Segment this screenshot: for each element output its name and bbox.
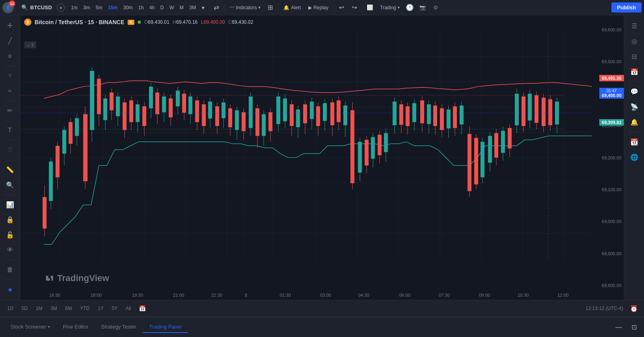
left-sep4 <box>4 140 16 141</box>
left-sep1 <box>4 66 16 66</box>
lock-tool[interactable]: 🔒 <box>3 213 17 227</box>
goto-realtime-btn[interactable]: ⏰ <box>628 302 640 314</box>
range-1m[interactable]: 1M <box>33 304 46 312</box>
favorite-tool[interactable]: ♡ <box>3 143 17 157</box>
top-toolbar: 👤 11 🔍 BTCUSD + 1m 3m 5m 15m 30m 1h 4h D… <box>0 0 644 15</box>
tf-w[interactable]: W <box>167 4 176 12</box>
tf-5m[interactable]: 5m <box>93 4 105 12</box>
camera-btn[interactable]: 📷 <box>417 2 429 14</box>
indicators-btn[interactable]: 〰 Indicators ▾ <box>226 3 264 12</box>
svg-rect-58 <box>149 87 153 108</box>
redo-btn[interactable]: ↪ <box>348 2 360 14</box>
replay-btn[interactable]: ▶ Replay <box>305 3 332 12</box>
clock-btn[interactable]: 🕐 <box>404 2 416 14</box>
news-btn[interactable]: 🌐 <box>627 150 642 164</box>
range-all[interactable]: All <box>122 304 134 312</box>
svg-rect-128 <box>384 133 388 152</box>
tf-m[interactable]: M <box>177 4 186 12</box>
alert-right-btn[interactable]: 🔔 <box>627 115 642 129</box>
svg-rect-88 <box>249 97 253 128</box>
lock2-tool[interactable]: 🔓 <box>3 228 17 242</box>
x-label-4: 21:00 <box>173 293 184 298</box>
y-label-8: 68,900.00 <box>592 251 621 256</box>
measure-tool[interactable]: 📏 <box>3 163 17 177</box>
tab-trading-panel[interactable]: Trading Panel <box>143 321 188 333</box>
maximize-panel-btn[interactable]: ⊡ <box>628 321 640 333</box>
chart-type-btn[interactable]: ◎ <box>627 34 642 48</box>
svg-rect-174 <box>542 98 546 126</box>
range-1y[interactable]: 1Y <box>95 304 107 312</box>
tab-strategy-tester[interactable]: Strategy Tester <box>95 321 142 333</box>
compare-btn[interactable]: ⇄ <box>211 2 223 14</box>
tab-stock-screener[interactable]: Stock Screener ▾ <box>4 321 56 333</box>
chart-area[interactable]: ₿ Bitcoin / TetherUS · 15 · BINANCE K O6… <box>20 15 624 300</box>
x-label-1: 16:30 <box>49 293 60 298</box>
date-range-picker[interactable]: 📅 <box>136 304 149 313</box>
layout-btn[interactable]: ⊞ <box>264 2 277 14</box>
svg-rect-50 <box>123 102 127 130</box>
tf-1m[interactable]: 1m <box>68 4 80 12</box>
indicator-tool2[interactable]: 📊 <box>3 197 17 212</box>
pitchfork-tool[interactable]: ⑂ <box>3 68 17 83</box>
svg-rect-122 <box>365 140 369 165</box>
tf-4h[interactable]: 4h <box>147 4 157 12</box>
settings-btn[interactable]: ⊙ <box>429 2 442 14</box>
add-symbol-btn[interactable]: + <box>57 4 65 12</box>
svg-rect-172 <box>535 95 539 123</box>
left-sep8 <box>4 279 16 280</box>
tf-expand[interactable]: ▾ <box>199 3 207 12</box>
symbol-search[interactable]: 🔍 BTCUSD <box>17 3 56 12</box>
replay-icon: ▶ <box>308 5 312 10</box>
svg-rect-144 <box>440 108 444 130</box>
tf-d[interactable]: D <box>158 4 166 12</box>
data-window-btn[interactable]: ⊟ <box>627 49 642 64</box>
range-5y[interactable]: 5Y <box>108 304 121 312</box>
calendar2-btn[interactable]: 📆 <box>627 134 642 149</box>
range-3m[interactable]: 3M <box>47 304 60 312</box>
user-avatar[interactable]: 👤 11 <box>2 2 14 13</box>
publish-btn[interactable]: Publish <box>611 2 642 12</box>
tf-3m[interactable]: 3m <box>81 4 93 12</box>
y-label-9: 68,800.00 <box>592 283 621 288</box>
svg-rect-126 <box>378 135 382 155</box>
minimize-panel-btn[interactable]: — <box>613 321 625 333</box>
watchlist-btn[interactable]: ☰ <box>627 19 642 33</box>
calendar-right-btn[interactable]: 📅 <box>627 64 642 79</box>
indicators-icon: 〰 <box>229 5 234 10</box>
svg-rect-118 <box>351 110 355 183</box>
ohlc-data: O69,430.01 H69,470.16 L69,400.00 C69,430… <box>144 19 253 25</box>
price-label-blue: 01:47 69,400.00 <box>599 88 624 99</box>
hotlist-btn[interactable]: 📡 <box>627 99 642 114</box>
eye-tool[interactable]: 👁 <box>3 243 17 258</box>
time-display: 12:13:12 (UTC-4) <box>586 306 623 311</box>
range-5d[interactable]: 5D <box>18 304 31 312</box>
x-label-14: 12:00 <box>557 293 569 298</box>
tf-15m[interactable]: 15m <box>105 4 120 12</box>
brush-tool[interactable]: ✏ <box>3 103 17 118</box>
fullscreen-toggle[interactable]: ⬜ <box>364 2 376 14</box>
range-ytd[interactable]: YTD <box>77 304 93 312</box>
star-tool[interactable]: ★ <box>3 282 17 297</box>
candlestick-chart[interactable] <box>20 31 592 260</box>
cursor-tool[interactable]: ✛ <box>3 19 17 33</box>
line-tool[interactable]: ╱ <box>3 34 17 48</box>
svg-rect-176 <box>548 99 552 125</box>
left-sep3 <box>4 120 16 121</box>
range-1d[interactable]: 1D <box>4 304 17 312</box>
sep4 <box>224 4 225 12</box>
trading-btn[interactable]: Trading ▾ <box>377 3 403 12</box>
undo-btn[interactable]: ↩ <box>335 2 347 14</box>
range-6m[interactable]: 6M <box>62 304 75 312</box>
chat-btn[interactable]: 💬 <box>627 84 642 99</box>
multi-line-tool[interactable]: ≡ <box>3 49 17 64</box>
tf-3m-long[interactable]: 3M <box>187 4 198 12</box>
tf-1h[interactable]: 1h <box>136 4 146 12</box>
alert-btn[interactable]: 🔔 Alert <box>280 3 304 12</box>
svg-rect-70 <box>188 97 192 114</box>
trash-tool[interactable]: 🗑 <box>3 263 17 277</box>
tf-30m[interactable]: 30m <box>121 4 135 12</box>
tab-pine-editor[interactable]: Pine Editor <box>56 321 95 333</box>
text-tool[interactable]: T <box>3 123 17 138</box>
zoom-tool[interactable]: 🔍 <box>3 178 17 192</box>
fib-tool[interactable]: ≈ <box>3 84 17 98</box>
